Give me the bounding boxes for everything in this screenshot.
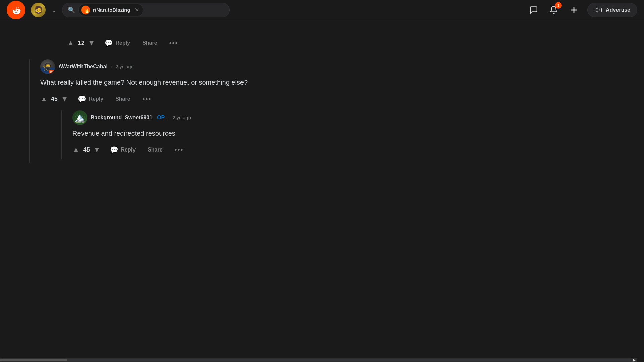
comment-header-1-1: 🏔️ Background_Sweet6901 OP · 2 yr. ago: [72, 110, 470, 125]
reply-label-1-1: Reply: [121, 147, 136, 153]
avatar-awar[interactable]: 🥷 99: [40, 59, 55, 74]
comment-block-1: 🥷 99 AWarWithTheCabal · 2 yr. ago What r…: [27, 59, 470, 163]
reply-icon-1: 💬: [78, 95, 86, 103]
scrollbar-thumb[interactable]: [0, 359, 67, 361]
top-reply-label: Reply: [116, 40, 130, 46]
reply-button-1-1[interactable]: 💬 Reply: [107, 144, 139, 156]
comment-content-1: 🥷 99 AWarWithTheCabal · 2 yr. ago What r…: [40, 59, 470, 163]
top-downvote-button[interactable]: ▼: [88, 39, 95, 47]
reddit-logo[interactable]: [7, 1, 25, 19]
user-avatar[interactable]: 🧔: [31, 3, 46, 17]
dropdown-arrow-icon[interactable]: ⌄: [51, 6, 57, 14]
more-button-1[interactable]: •••: [140, 93, 154, 105]
comment-block-1-1: 🏔️ Background_Sweet6901 OP · 2 yr. ago R…: [59, 110, 470, 159]
clear-search-icon[interactable]: ✕: [135, 7, 139, 13]
top-vote-count: 12: [77, 40, 85, 47]
comment-header-1: 🥷 99 AWarWithTheCabal · 2 yr. ago: [40, 59, 470, 74]
header: 🧔 ⌄ 🔍 🔥 r/NarutoBlazing ✕ 1: [0, 0, 644, 20]
comment-text-1-1: Revenue and redirected resources: [72, 128, 470, 138]
comment-text-1: What really killed the game? Not enough …: [40, 77, 470, 87]
share-button-1-1[interactable]: Share: [145, 145, 165, 155]
downvote-button-1-1[interactable]: ▼: [93, 145, 101, 154]
timestamp-1: 2 yr. ago: [116, 64, 134, 69]
thread-line-bar-1: [29, 59, 30, 163]
svg-marker-3: [595, 8, 598, 12]
op-badge-1-1: OP: [157, 115, 165, 121]
downvote-button-1[interactable]: ▼: [61, 95, 68, 103]
timestamp-1-1: 2 yr. ago: [173, 115, 191, 120]
subreddit-name: r/NarutoBlazing: [93, 7, 130, 13]
vote-controls-1: ▲ 45 ▼: [40, 95, 68, 103]
top-upvote-button[interactable]: ▲: [67, 39, 74, 47]
more-button-1-1[interactable]: •••: [172, 144, 186, 156]
username-1[interactable]: AWarWithTheCabal: [58, 64, 108, 70]
avatar-sweet[interactable]: 🏔️: [72, 110, 87, 125]
thread-line-1: [27, 59, 32, 163]
add-button[interactable]: [567, 3, 581, 17]
search-bar[interactable]: 🔍 🔥 r/NarutoBlazing ✕: [62, 3, 230, 17]
subreddit-pill: 🔥 r/NarutoBlazing ✕: [78, 4, 143, 16]
top-more-button[interactable]: •••: [167, 37, 181, 49]
share-button-1[interactable]: Share: [113, 94, 133, 104]
advertise-button[interactable]: Advertise: [587, 3, 637, 17]
top-reply-button[interactable]: 💬 Reply: [102, 37, 133, 49]
scroll-right-arrow[interactable]: ▶: [631, 358, 637, 362]
scrollbar: ▶: [0, 358, 637, 362]
reply-label-1: Reply: [89, 96, 104, 102]
dot-sep-1-1: ·: [168, 115, 169, 120]
top-share-label: Share: [142, 40, 157, 46]
notifications-button[interactable]: 1: [547, 3, 560, 17]
main-content: ▲ 12 ▼ 💬 Reply Share •••: [0, 0, 470, 177]
top-share-button[interactable]: Share: [140, 38, 160, 48]
username-1-1[interactable]: Background_Sweet6901: [91, 115, 152, 121]
header-right: 1 Advertise: [527, 3, 637, 17]
share-label-1-1: Share: [148, 147, 162, 153]
thread-line-1-1: [59, 110, 64, 159]
karma-badge-1: 99: [49, 70, 54, 73]
share-label-1: Share: [115, 96, 130, 102]
top-action-bar: ▲ 12 ▼ 💬 Reply Share •••: [27, 30, 470, 56]
upvote-button-1-1[interactable]: ▲: [72, 145, 80, 154]
action-bar-1-1: ▲ 45 ▼ 💬 Reply Share: [72, 144, 470, 156]
action-bar-1: ▲ 45 ▼ 💬 Reply Share •••: [40, 93, 470, 105]
comment-content-1-1: 🏔️ Background_Sweet6901 OP · 2 yr. ago R…: [72, 110, 470, 159]
top-vote-controls: ▲ 12 ▼: [67, 39, 95, 47]
notification-badge: 1: [555, 2, 562, 9]
upvote-button-1[interactable]: ▲: [40, 95, 48, 103]
chat-button[interactable]: [527, 3, 540, 17]
dot-sep-1: ·: [111, 64, 112, 69]
comments-area: ▲ 12 ▼ 💬 Reply Share •••: [27, 23, 470, 177]
search-icon: 🔍: [68, 6, 75, 14]
vote-controls-1-1: ▲ 45 ▼: [72, 145, 101, 154]
subreddit-avatar: 🔥: [81, 5, 90, 15]
reply-button-1[interactable]: 💬 Reply: [75, 93, 106, 105]
top-reply-icon: 💬: [105, 39, 113, 47]
scrollbar-track[interactable]: [0, 359, 631, 361]
vote-count-1: 45: [50, 96, 58, 103]
vote-count-1-1: 45: [83, 146, 91, 154]
advertise-label: Advertise: [606, 7, 630, 13]
nested-comment-1: 🏔️ Background_Sweet6901 OP · 2 yr. ago R…: [59, 110, 470, 159]
reply-icon-1-1: 💬: [110, 146, 118, 154]
thread-line-bar-1-1: [61, 110, 62, 159]
